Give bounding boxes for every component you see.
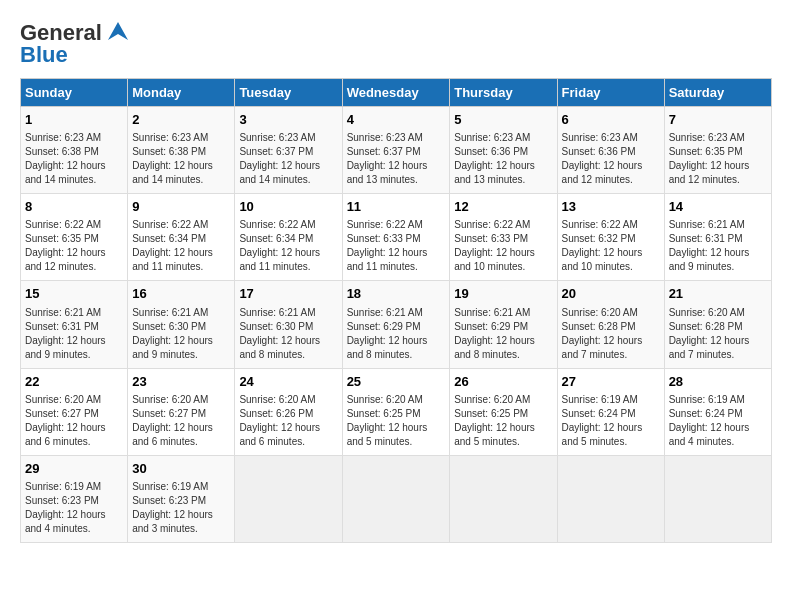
calendar-header-tuesday: Tuesday [235, 79, 342, 107]
day-number: 20 [562, 285, 660, 303]
calendar-cell: 15Sunrise: 6:21 AM Sunset: 6:31 PM Dayli… [21, 281, 128, 368]
calendar-cell: 11Sunrise: 6:22 AM Sunset: 6:33 PM Dayli… [342, 194, 450, 281]
day-number: 13 [562, 198, 660, 216]
day-number: 27 [562, 373, 660, 391]
calendar-header-thursday: Thursday [450, 79, 557, 107]
day-number: 30 [132, 460, 230, 478]
calendar-cell: 19Sunrise: 6:21 AM Sunset: 6:29 PM Dayli… [450, 281, 557, 368]
day-info: Sunrise: 6:23 AM Sunset: 6:36 PM Dayligh… [562, 131, 660, 187]
day-info: Sunrise: 6:20 AM Sunset: 6:25 PM Dayligh… [454, 393, 552, 449]
day-info: Sunrise: 6:22 AM Sunset: 6:34 PM Dayligh… [239, 218, 337, 274]
day-info: Sunrise: 6:23 AM Sunset: 6:36 PM Dayligh… [454, 131, 552, 187]
day-number: 18 [347, 285, 446, 303]
day-info: Sunrise: 6:22 AM Sunset: 6:33 PM Dayligh… [347, 218, 446, 274]
day-info: Sunrise: 6:21 AM Sunset: 6:31 PM Dayligh… [669, 218, 767, 274]
calendar-header-row: SundayMondayTuesdayWednesdayThursdayFrid… [21, 79, 772, 107]
calendar-cell: 17Sunrise: 6:21 AM Sunset: 6:30 PM Dayli… [235, 281, 342, 368]
calendar-cell: 30Sunrise: 6:19 AM Sunset: 6:23 PM Dayli… [128, 455, 235, 542]
day-info: Sunrise: 6:21 AM Sunset: 6:30 PM Dayligh… [132, 306, 230, 362]
calendar-cell: 14Sunrise: 6:21 AM Sunset: 6:31 PM Dayli… [664, 194, 771, 281]
logo: General Blue [20, 20, 132, 68]
calendar-cell: 3Sunrise: 6:23 AM Sunset: 6:37 PM Daylig… [235, 107, 342, 194]
calendar-cell: 10Sunrise: 6:22 AM Sunset: 6:34 PM Dayli… [235, 194, 342, 281]
calendar-week-3: 15Sunrise: 6:21 AM Sunset: 6:31 PM Dayli… [21, 281, 772, 368]
calendar-cell: 25Sunrise: 6:20 AM Sunset: 6:25 PM Dayli… [342, 368, 450, 455]
calendar-header-saturday: Saturday [664, 79, 771, 107]
day-info: Sunrise: 6:19 AM Sunset: 6:23 PM Dayligh… [132, 480, 230, 536]
day-info: Sunrise: 6:21 AM Sunset: 6:31 PM Dayligh… [25, 306, 123, 362]
day-info: Sunrise: 6:20 AM Sunset: 6:27 PM Dayligh… [132, 393, 230, 449]
calendar-cell: 18Sunrise: 6:21 AM Sunset: 6:29 PM Dayli… [342, 281, 450, 368]
calendar-week-4: 22Sunrise: 6:20 AM Sunset: 6:27 PM Dayli… [21, 368, 772, 455]
calendar-cell [235, 455, 342, 542]
day-number: 19 [454, 285, 552, 303]
day-info: Sunrise: 6:20 AM Sunset: 6:26 PM Dayligh… [239, 393, 337, 449]
day-number: 11 [347, 198, 446, 216]
day-info: Sunrise: 6:19 AM Sunset: 6:24 PM Dayligh… [562, 393, 660, 449]
day-number: 24 [239, 373, 337, 391]
day-info: Sunrise: 6:22 AM Sunset: 6:33 PM Dayligh… [454, 218, 552, 274]
calendar-cell: 28Sunrise: 6:19 AM Sunset: 6:24 PM Dayli… [664, 368, 771, 455]
day-number: 21 [669, 285, 767, 303]
calendar-week-1: 1Sunrise: 6:23 AM Sunset: 6:38 PM Daylig… [21, 107, 772, 194]
day-number: 5 [454, 111, 552, 129]
calendar-header-monday: Monday [128, 79, 235, 107]
calendar-cell: 29Sunrise: 6:19 AM Sunset: 6:23 PM Dayli… [21, 455, 128, 542]
calendar-cell [664, 455, 771, 542]
calendar-header-sunday: Sunday [21, 79, 128, 107]
day-info: Sunrise: 6:23 AM Sunset: 6:37 PM Dayligh… [239, 131, 337, 187]
calendar-week-5: 29Sunrise: 6:19 AM Sunset: 6:23 PM Dayli… [21, 455, 772, 542]
day-number: 10 [239, 198, 337, 216]
calendar-week-2: 8Sunrise: 6:22 AM Sunset: 6:35 PM Daylig… [21, 194, 772, 281]
calendar-cell: 12Sunrise: 6:22 AM Sunset: 6:33 PM Dayli… [450, 194, 557, 281]
calendar-cell: 23Sunrise: 6:20 AM Sunset: 6:27 PM Dayli… [128, 368, 235, 455]
calendar-cell: 24Sunrise: 6:20 AM Sunset: 6:26 PM Dayli… [235, 368, 342, 455]
day-info: Sunrise: 6:21 AM Sunset: 6:30 PM Dayligh… [239, 306, 337, 362]
day-number: 22 [25, 373, 123, 391]
day-info: Sunrise: 6:23 AM Sunset: 6:37 PM Dayligh… [347, 131, 446, 187]
calendar-cell [557, 455, 664, 542]
day-info: Sunrise: 6:20 AM Sunset: 6:27 PM Dayligh… [25, 393, 123, 449]
day-info: Sunrise: 6:22 AM Sunset: 6:35 PM Dayligh… [25, 218, 123, 274]
day-info: Sunrise: 6:19 AM Sunset: 6:23 PM Dayligh… [25, 480, 123, 536]
day-number: 7 [669, 111, 767, 129]
day-number: 1 [25, 111, 123, 129]
calendar-cell: 5Sunrise: 6:23 AM Sunset: 6:36 PM Daylig… [450, 107, 557, 194]
day-number: 9 [132, 198, 230, 216]
day-info: Sunrise: 6:23 AM Sunset: 6:38 PM Dayligh… [25, 131, 123, 187]
calendar-cell: 16Sunrise: 6:21 AM Sunset: 6:30 PM Dayli… [128, 281, 235, 368]
day-info: Sunrise: 6:22 AM Sunset: 6:32 PM Dayligh… [562, 218, 660, 274]
calendar-cell: 27Sunrise: 6:19 AM Sunset: 6:24 PM Dayli… [557, 368, 664, 455]
svg-marker-0 [108, 22, 128, 40]
calendar-cell: 20Sunrise: 6:20 AM Sunset: 6:28 PM Dayli… [557, 281, 664, 368]
calendar-body: 1Sunrise: 6:23 AM Sunset: 6:38 PM Daylig… [21, 107, 772, 543]
day-number: 6 [562, 111, 660, 129]
day-number: 15 [25, 285, 123, 303]
day-info: Sunrise: 6:22 AM Sunset: 6:34 PM Dayligh… [132, 218, 230, 274]
calendar-cell: 13Sunrise: 6:22 AM Sunset: 6:32 PM Dayli… [557, 194, 664, 281]
day-info: Sunrise: 6:20 AM Sunset: 6:28 PM Dayligh… [669, 306, 767, 362]
day-info: Sunrise: 6:21 AM Sunset: 6:29 PM Dayligh… [454, 306, 552, 362]
day-number: 29 [25, 460, 123, 478]
calendar-cell: 1Sunrise: 6:23 AM Sunset: 6:38 PM Daylig… [21, 107, 128, 194]
day-number: 26 [454, 373, 552, 391]
logo-blue: Blue [20, 42, 68, 68]
day-number: 3 [239, 111, 337, 129]
calendar-cell: 2Sunrise: 6:23 AM Sunset: 6:38 PM Daylig… [128, 107, 235, 194]
day-number: 14 [669, 198, 767, 216]
calendar-cell [342, 455, 450, 542]
day-number: 25 [347, 373, 446, 391]
logo-bird-icon [104, 22, 132, 40]
day-info: Sunrise: 6:20 AM Sunset: 6:25 PM Dayligh… [347, 393, 446, 449]
day-number: 4 [347, 111, 446, 129]
day-info: Sunrise: 6:19 AM Sunset: 6:24 PM Dayligh… [669, 393, 767, 449]
calendar-cell: 8Sunrise: 6:22 AM Sunset: 6:35 PM Daylig… [21, 194, 128, 281]
day-number: 8 [25, 198, 123, 216]
calendar-cell: 4Sunrise: 6:23 AM Sunset: 6:37 PM Daylig… [342, 107, 450, 194]
day-info: Sunrise: 6:23 AM Sunset: 6:38 PM Dayligh… [132, 131, 230, 187]
day-number: 23 [132, 373, 230, 391]
day-info: Sunrise: 6:20 AM Sunset: 6:28 PM Dayligh… [562, 306, 660, 362]
calendar-table: SundayMondayTuesdayWednesdayThursdayFrid… [20, 78, 772, 543]
calendar-cell: 22Sunrise: 6:20 AM Sunset: 6:27 PM Dayli… [21, 368, 128, 455]
calendar-header-wednesday: Wednesday [342, 79, 450, 107]
